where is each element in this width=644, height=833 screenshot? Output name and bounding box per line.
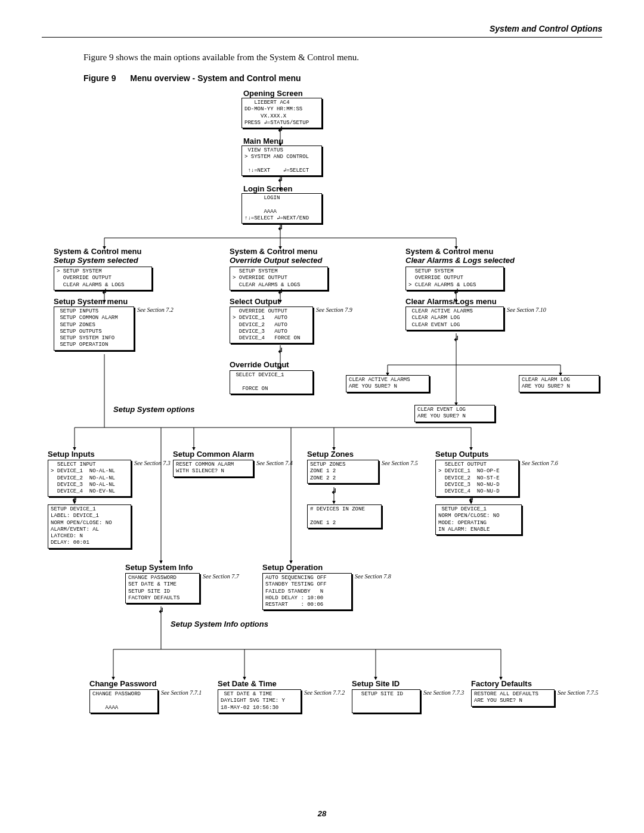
label-sc1: System & Control menuSetup System select…	[54, 247, 141, 265]
screen-setup-inputs2: SETUP DEVICE_1 LABEL: DEVICE_1 NORM OPEN…	[48, 504, 131, 549]
screen-clear-event: CLEAR EVENT LOG ARE YOU SURE? N	[414, 405, 495, 422]
ref-7-7-1: See Section 7.7.1	[161, 689, 202, 696]
enter-icon: ↲	[277, 287, 283, 296]
screen-setup-sys-menu: SETUP INPUTS SETUP COMMON ALARM SETUP ZO…	[54, 306, 134, 351]
label-site-id: Setup Site ID	[352, 679, 400, 688]
ref-7-4: See Section 7.4	[256, 460, 293, 467]
ref-7-7-3: See Section 7.7.3	[423, 689, 464, 696]
screen-sc-right: SETUP SYSTEM OVERRIDE OUTPUT > CLEAR ALA…	[405, 267, 504, 290]
screen-clear-active: CLEAR ACTIVE ALARMS ARE YOU SURE? N	[346, 375, 429, 392]
label-clear-menu: Clear Alarms/Logs menu	[405, 297, 497, 306]
ref-7-6: See Section 7.6	[522, 460, 558, 467]
label-override-output: Override Output	[230, 360, 289, 369]
enter-icon: ↲	[453, 335, 459, 343]
ref-7-8: See Section 7.8	[355, 573, 391, 580]
enter-icon: ↲	[331, 487, 337, 496]
label-factory: Factory Defaults	[471, 679, 532, 688]
label-sc3: System & Control menuClear Alarms & Logs…	[405, 247, 515, 265]
enter-icon: ↲	[158, 606, 164, 615]
label-setup-inputs: Setup Inputs	[48, 450, 95, 459]
ref-7-5: See Section 7.5	[382, 460, 418, 467]
ref-7-7: See Section 7.7	[203, 573, 239, 580]
screen-sc-left: > SETUP SYSTEM OVERRIDE OUTPUT CLEAR ALA…	[54, 267, 152, 290]
enter-icon: ↲	[101, 287, 107, 296]
label-setup-zones: Setup Zones	[307, 450, 354, 459]
label-mainmenu: Main Menu	[243, 137, 283, 145]
label-opening: Opening Screen	[243, 89, 303, 98]
screen-setup-outputs: SELECT OUTPUT > DEVICE_1 NO-OP-E DEVICE_…	[435, 460, 519, 497]
screen-clear-menu: CLEAR ACTIVE ALARMS CLEAR ALARM LOG CLEA…	[405, 306, 504, 330]
figure-number: Figure 9	[83, 73, 116, 83]
page: System and Control Options Figure 9 show…	[0, 0, 644, 833]
enter-icon: ↲	[277, 224, 283, 232]
figure-title: Figure 9 Menu overview - System and Cont…	[83, 73, 602, 83]
rule	[42, 37, 602, 38]
screen-override-output: SELECT DEVICE_1 FORCE ON	[230, 370, 313, 394]
screen-setup-operation: AUTO SEQUENCING OFF STANDBY TESTING OFF …	[262, 573, 352, 610]
label-setup-sys-menu: Setup System menu	[54, 297, 128, 306]
screen-setup-zones2: # DEVICES IN ZONE ZONE 1 2	[307, 504, 382, 528]
label-login: Login Screen	[243, 184, 292, 193]
label-select-output: Select Output	[230, 297, 280, 306]
enter-icon: ↲	[453, 287, 459, 296]
ref-7-7-2: See Section 7.7.2	[304, 689, 345, 696]
label-sysinfo-opts: Setup System Info options	[171, 620, 268, 628]
ref-7-10: See Section 7.10	[507, 306, 546, 314]
screen-login: LOGIN AAAA ↑↓=SELECT ↲=NEXT/END	[242, 193, 322, 224]
screen-factory: RESTORE ALL DEFAULTS ARE YOU SURE? N	[471, 689, 555, 707]
screen-set-dt: SET DATE & TIME DAYLIGHT SVG TIME: Y 18-…	[218, 689, 301, 713]
ref-7-9: See Section 7.9	[316, 306, 352, 314]
page-number: 28	[0, 809, 644, 818]
ref-7-7-5: See Section 7.7.5	[558, 689, 598, 696]
screen-setup-inputs: SELECT INPUT > DEVICE_1 NO-AL-NL DEVICE_…	[48, 460, 131, 497]
screen-sc-mid: SETUP SYSTEM > OVERRIDE OUTPUT CLEAR ALA…	[230, 267, 328, 290]
enter-icon: ↲	[468, 495, 474, 503]
screen-setup-zones: SETUP ZONES ZONE 1 2 ZONE 2 2	[307, 460, 379, 484]
screen-setup-common: RESET COMMON ALARM WITH SILENCE? N	[173, 460, 253, 477]
screen-opening: LIEBERT AC4 DD-MON-YY HR:MM:SS VX.XXX.X …	[242, 98, 322, 128]
screen-chg-pw: CHANGE PASSWORD AAAA	[89, 689, 158, 713]
screen-clear-alarm-log: CLEAR ALARM LOG ARE YOU SURE? N	[519, 375, 599, 392]
connector-lines	[42, 89, 602, 763]
label-sc2: System & Control menuOverride Output sel…	[230, 247, 322, 265]
label-setup-sysinfo: Setup System Info	[125, 563, 193, 572]
figure-caption: Menu overview - System and Control menu	[130, 73, 301, 83]
enter-icon: ↲	[277, 175, 283, 184]
intro-text: Figure 9 shows the main options availabl…	[83, 52, 602, 63]
ref-7-3: See Section 7.3	[134, 460, 171, 467]
enter-icon: ↲	[277, 125, 283, 134]
diagram: Opening Screen LIEBERT AC4 DD-MON-YY HR:…	[42, 89, 602, 763]
label-setup-sys-opts: Setup System options	[113, 405, 195, 414]
screen-select-output: OVERRIDE OUTPUT > DEVICE_1 AUTO DEVICE_2…	[230, 306, 313, 343]
header-section: System and Control Options	[42, 24, 602, 37]
label-chg-pw: Change Password	[89, 679, 157, 688]
enter-icon: ↲	[277, 346, 283, 355]
ref-7-2: See Section 7.2	[137, 306, 174, 314]
enter-icon: ↲	[72, 495, 78, 503]
label-setup-operation: Setup Operation	[262, 563, 323, 572]
screen-mainmenu: VIEW STATUS > SYSTEM AND CONTROL ↑↓=NEXT…	[242, 145, 322, 176]
label-setup-common: Setup Common Alarm	[173, 450, 254, 459]
screen-site-id: SETUP SITE ID	[352, 689, 420, 713]
label-setup-outputs: Setup Outputs	[435, 450, 489, 459]
screen-setup-sysinfo: CHANGE PASSWORD SET DATE & TIME SETUP SI…	[125, 573, 200, 603]
screen-setup-outputs2: SETUP DEVICE_1 NORM OPEN/CLOSE: NO MODE:…	[435, 504, 522, 535]
label-set-dt: Set Date & Time	[218, 679, 277, 688]
